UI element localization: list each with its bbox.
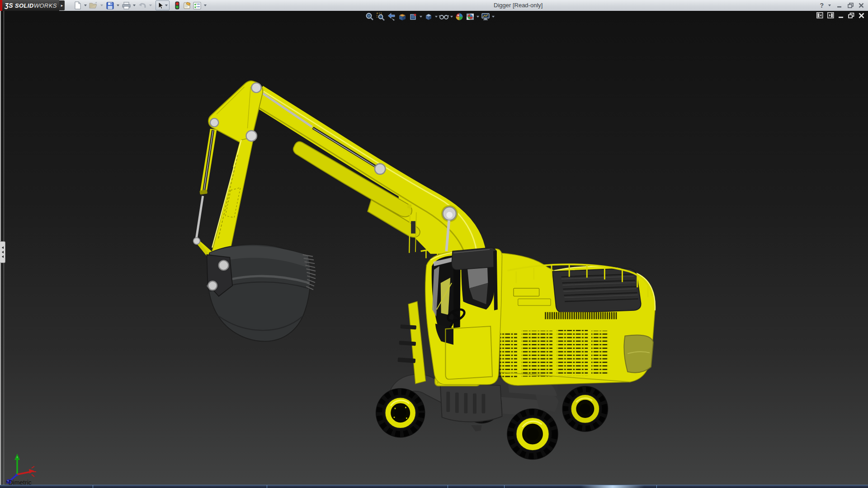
help-icon[interactable]: ?	[820, 2, 824, 9]
close-button[interactable]	[857, 2, 865, 9]
save-button[interactable]	[105, 1, 115, 10]
front-far-wheel[interactable]	[507, 408, 558, 460]
rebuild-traffic-light-button[interactable]	[172, 1, 182, 10]
solidworks-logo: ƷS SOLIDWORKS	[2, 0, 59, 11]
file-properties-button[interactable]	[182, 1, 192, 10]
restore-button[interactable]	[846, 2, 854, 9]
undo-dropdown[interactable]	[149, 5, 152, 6]
minimize-button[interactable]	[835, 2, 844, 9]
window-title: Digger [Read-only]	[494, 2, 542, 9]
brand-solid: SOLID	[15, 2, 34, 9]
brand-works: WORKS	[34, 2, 57, 9]
select-dropdown[interactable]	[165, 5, 168, 6]
new-document-button[interactable]	[72, 1, 82, 10]
boom[interactable]	[250, 90, 479, 255]
help-dropdown[interactable]	[828, 5, 831, 6]
title-bar: ƷS SOLIDWORKS ▸	[0, 0, 868, 11]
options-dropdown[interactable]	[204, 5, 207, 6]
dipper-arm[interactable]	[193, 81, 263, 264]
options-button[interactable]	[192, 1, 202, 10]
orientation-triad[interactable]	[2, 443, 42, 483]
bucket[interactable]	[207, 244, 316, 342]
excavator-model[interactable]	[0, 11, 868, 485]
front-near-wheel[interactable]	[376, 388, 425, 437]
window-controls: ?	[820, 0, 865, 10]
menu-flyout-arrow[interactable]: ▸	[59, 0, 65, 10]
new-document-dropdown[interactable]	[84, 5, 87, 6]
windows-taskbar-edge[interactable]	[0, 485, 868, 488]
open-dropdown[interactable]	[100, 5, 103, 6]
print-button[interactable]	[121, 1, 131, 10]
brand-mark: ƷS	[5, 2, 13, 9]
print-dropdown[interactable]	[133, 5, 136, 6]
rear-near-wheel[interactable]	[562, 386, 609, 432]
select-tool-pressed[interactable]	[156, 0, 170, 10]
graphics-viewport[interactable]: *Dimetric	[0, 11, 868, 485]
open-button[interactable]	[89, 1, 99, 10]
standard-toolbar	[72, 0, 208, 10]
solidworks-window: ƷS SOLIDWORKS ▸	[0, 0, 868, 488]
save-dropdown[interactable]	[117, 5, 119, 6]
undo-button[interactable]	[137, 1, 147, 10]
